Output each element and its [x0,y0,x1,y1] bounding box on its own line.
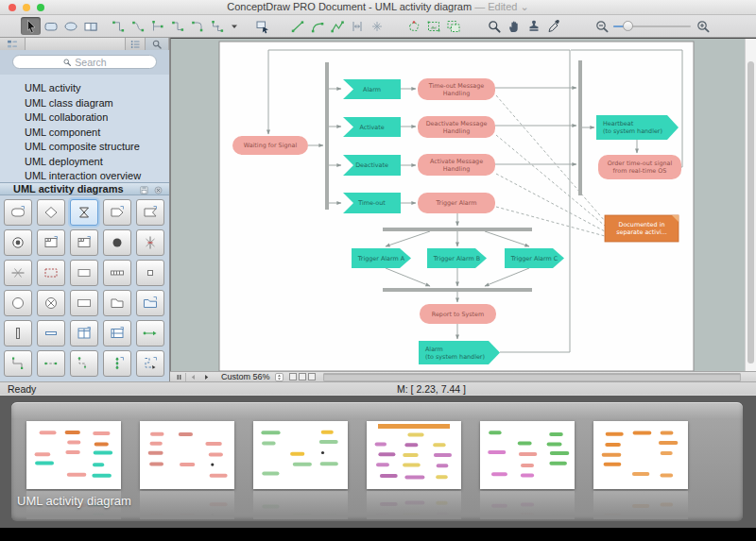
shape-final-node[interactable] [4,229,32,256]
diagram-node-trigger-alarm[interactable]: Trigger Alarm [418,193,495,213]
horizontal-scrollbar[interactable] [323,373,741,381]
shape-circle[interactable] [4,290,32,316]
diagram-node-deactivate-message-handling[interactable]: Deactivate MessageHandling [418,116,495,138]
list-view-tab[interactable] [126,38,146,50]
shape-decision[interactable] [37,199,65,226]
shape-frame-a[interactable] [37,229,65,256]
solution-item-uml-deployment[interactable]: UML deployment [0,155,169,170]
shape-segmented-bar[interactable] [103,260,131,286]
zoom-tool-button[interactable] [484,17,504,35]
zoom-out-button-button[interactable] [592,17,611,35]
shape-elbow-connector[interactable] [4,350,32,377]
shape-swimlane-vertical[interactable] [70,320,98,347]
line-tool-button[interactable] [287,17,307,35]
solution-item-uml-activity[interactable]: UML activity [0,81,169,96]
shape-fork-cross[interactable] [136,229,164,256]
shape-frame-b[interactable] [70,229,98,256]
shape-dashed-arrow[interactable] [37,350,65,377]
shape-elbow-arrow[interactable] [70,350,98,377]
zoom-slider[interactable] [613,19,691,34]
search-input[interactable]: Search [12,55,157,69]
shape-arrow-connector[interactable] [136,320,164,347]
diagram-node-activate-message-handling[interactable]: Activate MessageHandling [418,154,495,176]
shape-bar-horizontal[interactable] [37,320,65,347]
diagram-node-join-bar[interactable] [383,288,532,292]
pointer-tool-button[interactable] [21,17,41,35]
eyedropper-tool-button[interactable] [543,17,563,35]
arc-tool-button[interactable] [307,17,327,35]
solution-item-uml-class-diagram[interactable]: UML class diagram [0,96,169,111]
diagram-node-trigger-alarm-a[interactable]: Trigger Alarm A [352,248,411,268]
thumbnail-6[interactable] [593,421,688,489]
search-tab[interactable] [146,38,169,50]
shapes-tree-tab[interactable] [0,38,26,50]
connector-tree-tool-button[interactable] [147,17,167,35]
stamp-tool-button[interactable] [524,17,543,35]
shape-dashed-rect[interactable] [37,260,65,286]
solution-item-uml-composite-structure[interactable]: UML composite structure [0,140,169,155]
thumbnail-5[interactable] [480,421,575,489]
close-library-icon[interactable] [153,184,163,194]
diagram-node-trigger-alarm-b[interactable]: Trigger Alarm B [427,248,487,268]
shape-flow-final[interactable] [37,290,65,316]
rectangle-tool-button[interactable] [41,17,60,35]
align-tool-button[interactable] [347,17,367,35]
page-box-1[interactable] [289,373,297,380]
diagram-node-order-timeout-signal[interactable]: Order time-out signalfrom real-time OS [598,155,681,179]
thumbnail-2[interactable] [140,421,234,489]
vertical-scrollbar-thumb[interactable] [747,61,754,363]
connector-rounded-tool-button[interactable] [187,17,207,35]
shape-smart-elbow[interactable] [136,350,164,377]
save-library-icon[interactable] [139,184,149,194]
shape-swimlane-horizontal[interactable] [103,320,131,347]
filmstrip-toggle-button[interactable] [172,373,186,381]
frame-select-tool-button[interactable] [423,17,443,35]
shape-lifeline[interactable] [103,350,131,377]
connector-smart-tool-button[interactable] [207,17,227,35]
shape-small-square[interactable] [136,260,164,286]
zoom-in-button-button[interactable] [693,17,713,35]
snap-tool-button[interactable] [367,17,387,35]
group-select-tool-button[interactable] [443,17,463,35]
page-box-3[interactable] [308,373,316,380]
connector-curve-tool-button[interactable] [128,17,147,35]
shape-wide-rect[interactable] [70,290,98,316]
connector-dropdown-button[interactable] [227,17,247,35]
shape-bar-vertical[interactable] [4,320,32,347]
connector-zigzag-tool-button[interactable] [167,17,187,35]
ellipse-tool-button[interactable] [60,17,80,35]
frame-tool-button[interactable] [80,17,100,35]
diagram-node-trigger-alarm-c[interactable]: Trigger Alarm C [505,248,564,268]
shape-join-cross[interactable] [4,260,32,286]
prev-page-button[interactable] [186,373,199,381]
diagram-node-fork-bar[interactable] [383,228,532,231]
zoom-stepper[interactable] [275,373,284,381]
next-page-button[interactable] [199,373,213,381]
diagram-node-note-documented[interactable]: Documented inseparate activi... [605,215,679,242]
diagram-node-report-to-system[interactable]: Report to System [420,304,496,324]
thumbnail-3[interactable] [253,421,348,489]
diagram-node-timeout-message-handling[interactable]: Time-out MessageHandling [418,78,495,100]
thumbnail-4[interactable] [367,421,461,489]
diagram-node-sync-bar-2[interactable] [578,60,582,195]
diagram-node-sync-bar-1[interactable] [325,62,329,210]
shape-hourglass[interactable] [70,199,98,226]
polyline-tool-button[interactable] [327,17,347,35]
shape-initial-node[interactable] [103,229,131,256]
shape-accept-event[interactable] [136,199,164,226]
shape-action[interactable] [4,199,32,226]
shape-object[interactable] [103,290,131,316]
diagram-node-waiting-for-signal[interactable]: Waiting for Signal [232,136,308,155]
diagram-node-alarm-to-system-handler[interactable]: Alarm(to system handler) [419,341,500,364]
shape-rect[interactable] [70,260,98,286]
insert-shape-tool-button[interactable] [252,17,272,35]
zoom-slider-knob[interactable] [623,21,633,31]
shape-send-signal[interactable] [103,199,131,226]
thumbnail-uml-activity[interactable] [26,421,121,489]
shape-partition[interactable] [136,290,164,316]
vertical-scrollbar[interactable] [745,39,756,371]
solution-item-uml-interaction-overview[interactable]: UML interaction overview [0,169,169,182]
page-box-2[interactable] [299,373,306,380]
pan-tool-button[interactable] [504,17,524,35]
connector-elbow-tool-button[interactable] [108,17,128,35]
